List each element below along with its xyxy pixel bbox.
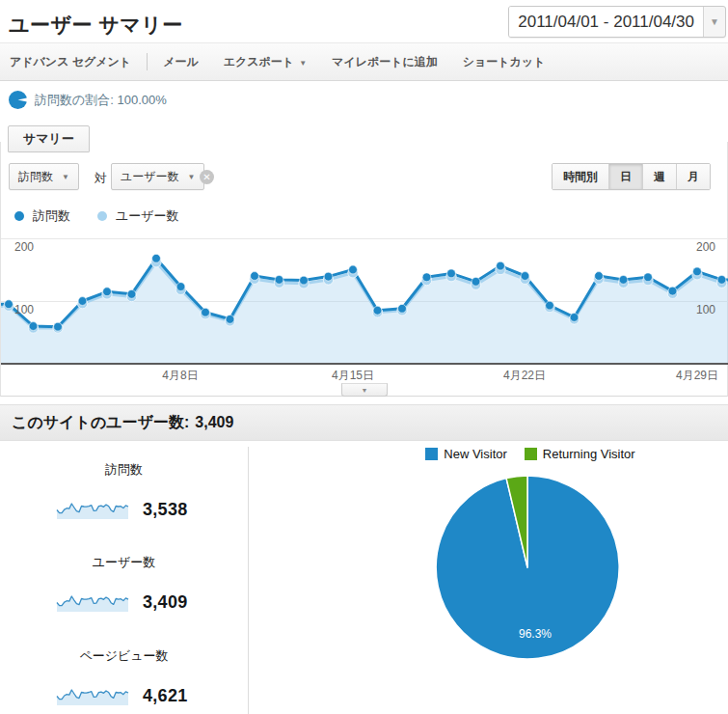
metric-block-visits: 訪問数 3,538 [0,461,248,520]
site-users-label: このサイトのユーザー数: [12,413,189,433]
metric-visits-label: 訪問数 [0,461,248,479]
metric-block-pageviews: ページビュー数 4,621 [0,647,248,706]
site-users-header: このサイトのユーザー数: 3,409 [0,404,728,441]
page-title: ユーザー サマリー [9,12,183,39]
metric-visits-value: 3,538 [143,500,188,520]
users-sparkline[interactable] [55,592,130,613]
metric-select-primary[interactable]: 訪問数 ▼ [9,163,79,190]
metric-select-compare[interactable]: ユーザー数 ▼ [111,163,204,190]
pageviews-sparkline[interactable] [55,686,130,706]
visits-legend-label: 訪問数 [33,207,70,225]
visitor-type-legend: New Visitor Returning Visitor [415,447,646,461]
visits-ratio-row: 訪問数の割合: 100.00% [9,91,167,109]
advanced-segments-button[interactable]: アドバンス セグメント [10,54,131,70]
metric-pageviews-label: ページビュー数 [0,647,248,665]
export-button[interactable]: エクスポート▼ [224,54,307,70]
returning-visitor-legend-swatch-icon [525,448,537,460]
chevron-down-icon: ▼ [299,59,307,68]
chart-legend: 訪問数 ユーザー数 [14,207,179,225]
close-icon[interactable]: ✕ [200,170,214,184]
date-range-value[interactable]: 2011/04/01 - 2011/04/30 [509,7,704,37]
granularity-month-button[interactable]: 月 [676,164,710,189]
granularity-button-group: 時間別 日 週 月 [552,163,711,190]
chevron-down-icon: ▼ [62,173,69,181]
granularity-day-button[interactable]: 日 [608,164,642,189]
chevron-down-icon: ▼ [188,173,196,181]
metric-block-users: ユーザー数 3,409 [0,554,248,613]
x-tick-apr29: 4月29日 [676,369,718,382]
tab-summary[interactable]: サマリー [8,125,90,152]
email-button[interactable]: メール [163,54,199,70]
shortcut-button[interactable]: ショートカット [463,54,546,70]
metric-users-label: ユーザー数 [0,554,248,571]
metric-select-primary-label: 訪問数 [18,169,53,185]
visits-legend-dot-icon [14,211,24,221]
collapse-arrow-icon: ▼ [362,387,368,394]
metric-pageviews-value: 4,621 [143,686,188,706]
x-tick-apr8: 4月8日 [162,369,198,382]
visits-ratio-text: 訪問数の割合: 100.00% [35,92,167,109]
add-to-dashboard-button[interactable]: マイレポートに追加 [332,54,438,70]
date-range-picker[interactable]: 2011/04/01 - 2011/04/30 ▼ [508,6,726,38]
y-tick-200-left: 200 [14,240,34,254]
pie-segment-icon [9,91,27,109]
x-axis-line [1,363,728,365]
visits-users-line-chart[interactable]: 200 100 200 100 4月8日 4月15日 4月22日 4月29日 [1,231,728,397]
users-legend-dot-icon [97,211,107,221]
metric-users-value: 3,409 [143,592,188,613]
new-visitor-legend-swatch-icon [425,448,438,460]
y-tick-100-right: 100 [696,303,715,316]
chart-panel: 訪問数 ▼ 対 ユーザー数 ▼ ✕ 時間別 日 週 月 訪問数 ユーザー数 20… [0,142,728,397]
chevron-down-icon[interactable]: ▼ [704,7,725,37]
new-visitor-legend-label: New Visitor [444,447,507,461]
x-tick-apr15: 4月15日 [332,369,374,382]
granularity-hourly-button[interactable]: 時間別 [553,164,608,189]
site-users-value: 3,409 [195,414,233,431]
x-tick-apr22: 4月22日 [503,369,546,382]
toolbar-divider [147,53,148,70]
column-divider [248,447,249,714]
report-toolbar: アドバンス セグメント メール エクスポート▼ マイレポートに追加 ショートカッ… [0,42,728,81]
y-tick-100-left: 100 [14,303,34,316]
granularity-week-button[interactable]: 週 [642,164,676,189]
collapse-chart-button[interactable]: ▼ [341,383,388,397]
users-legend-label: ユーザー数 [116,207,179,225]
pie-percent-label: 96.3% [519,627,552,641]
metric-select-compare-label: ユーザー数 [121,169,179,185]
vs-label: 対 [94,170,107,187]
visits-sparkline[interactable] [55,500,130,520]
y-tick-200-right: 200 [696,240,715,254]
analytics-visitors-overview-page: ユーザー サマリー 2011/04/01 - 2011/04/30 ▼ アドバン… [0,0,728,714]
visitor-type-pie-chart[interactable]: 96.3% [421,461,634,673]
returning-visitor-legend-label: Returning Visitor [543,447,635,461]
